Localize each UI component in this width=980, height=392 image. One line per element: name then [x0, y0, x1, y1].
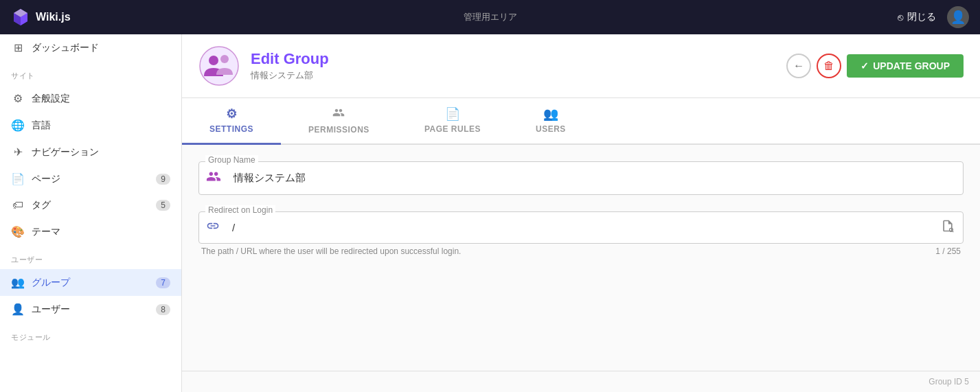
- sidebar-item-label: ユーザー: [32, 303, 70, 316]
- main-content: Edit Group 情報システム部 ← 🗑 ✓ UPDATE GROUP ⚙: [182, 34, 980, 392]
- settings-icon: ⚙: [11, 92, 25, 105]
- update-label: UPDATE GROUP: [873, 60, 950, 71]
- permissions-tab-icon: [332, 106, 345, 122]
- tab-permissions[interactable]: PERMISSIONS: [281, 98, 397, 145]
- redirect-field-icon: [199, 212, 227, 243]
- sidebar-item-label: テーマ: [32, 226, 60, 238]
- tab-permissions-label: PERMISSIONS: [308, 125, 369, 135]
- tab-settings-label: SETTINGS: [209, 124, 253, 134]
- sidebar-section-modules: モジュール: [0, 323, 181, 347]
- sidebar-item-label: ダッシュボード: [32, 42, 99, 54]
- sidebar-item-pages[interactable]: 📄 ページ 9: [0, 165, 181, 192]
- logo-icon: [11, 8, 30, 27]
- redirect-count: 1 / 255: [935, 246, 961, 256]
- page-subtitle: 情報システム部: [251, 69, 786, 82]
- tags-icon: 🏷: [11, 199, 25, 211]
- svg-point-2: [220, 55, 229, 63]
- app-name: Wiki.js: [36, 11, 71, 23]
- sidebar-item-label: 全般設定: [32, 93, 70, 105]
- users-tab-icon: 👥: [543, 106, 559, 122]
- tab-page-rules[interactable]: 📄 PAGE RULES: [397, 98, 508, 145]
- topbar: Wiki.js 管理用エリア ⎋ 閉じる 👤: [0, 0, 980, 34]
- language-icon: 🌐: [11, 119, 25, 132]
- back-icon: ←: [793, 60, 804, 72]
- group-name-input-border: [198, 161, 964, 195]
- group-avatar: [198, 45, 240, 87]
- close-button[interactable]: ⎋ 閉じる: [898, 11, 936, 23]
- svg-line-4: [953, 231, 953, 232]
- tab-settings[interactable]: ⚙ SETTINGS: [182, 98, 281, 145]
- tabs-bar: ⚙ SETTINGS PERMISSIONS 📄 PAGE RULES 👥 US…: [182, 98, 980, 145]
- tab-content: Group Name Redirect on Login: [182, 145, 980, 371]
- logout-icon: ⎋: [898, 12, 903, 23]
- users-icon: 👤: [11, 303, 25, 316]
- pages-badge: 9: [156, 174, 170, 185]
- page-title: Edit Group: [251, 50, 786, 68]
- group-name-label: Group Name: [205, 155, 258, 165]
- sidebar-item-label: タグ: [32, 199, 51, 211]
- redirect-field: Redirect on Login The path / URL where t…: [198, 211, 964, 256]
- sidebar-item-users[interactable]: 👤 ユーザー 8: [0, 296, 181, 323]
- group-name-input[interactable]: [228, 164, 963, 192]
- sidebar-item-themes[interactable]: 🎨 テーマ: [0, 218, 181, 245]
- dashboard-icon: ⊞: [11, 41, 25, 54]
- checkmark-icon: ✓: [861, 60, 869, 71]
- svg-point-0: [200, 47, 238, 85]
- delete-button[interactable]: 🗑: [817, 54, 841, 78]
- themes-icon: 🎨: [11, 225, 25, 238]
- group-id-footer: Group ID 5: [182, 371, 980, 392]
- sidebar-item-groups[interactable]: 👥 グループ 7: [0, 269, 181, 296]
- redirect-label: Redirect on Login: [205, 205, 275, 215]
- sidebar-section-site: サイト: [0, 61, 181, 85]
- update-group-button[interactable]: ✓ UPDATE GROUP: [847, 54, 964, 78]
- tab-users-label: USERS: [536, 124, 566, 134]
- page-rules-tab-icon: 📄: [445, 106, 461, 122]
- group-id-label: Group ID 5: [928, 377, 969, 387]
- sidebar-item-general[interactable]: ⚙ 全般設定: [0, 85, 181, 112]
- page-header-actions: ← 🗑 ✓ UPDATE GROUP: [786, 54, 964, 78]
- sidebar: ⊞ ダッシュボード サイト ⚙ 全般設定 🌐 言語 ✈ ナビゲーション 📄 ペー…: [0, 34, 182, 392]
- sidebar-item-tags[interactable]: 🏷 タグ 5: [0, 192, 181, 218]
- users-badge: 8: [156, 304, 170, 315]
- page-header: Edit Group 情報システム部 ← 🗑 ✓ UPDATE GROUP: [182, 34, 980, 98]
- sidebar-item-label: 言語: [32, 119, 51, 132]
- sidebar-item-navigation[interactable]: ✈ ナビゲーション: [0, 139, 181, 165]
- avatar-icon: 👤: [950, 10, 966, 25]
- group-name-field: Group Name: [198, 161, 964, 195]
- group-field-icon: [199, 162, 228, 194]
- pages-icon: 📄: [11, 172, 25, 185]
- trash-icon: 🗑: [823, 60, 834, 72]
- app-logo: Wiki.js: [11, 8, 71, 27]
- sidebar-item-language[interactable]: 🌐 言語: [0, 112, 181, 139]
- sidebar-section-users: ユーザー: [0, 245, 181, 269]
- sidebar-item-dashboard[interactable]: ⊞ ダッシュボード: [0, 34, 181, 61]
- back-button[interactable]: ←: [786, 54, 811, 78]
- page-header-text: Edit Group 情報システム部: [251, 50, 786, 82]
- settings-tab-icon: ⚙: [226, 106, 238, 122]
- redirect-hint-text: The path / URL where the user will be re…: [201, 246, 461, 256]
- groups-icon: 👥: [11, 276, 25, 289]
- sidebar-item-label: ページ: [32, 173, 60, 185]
- avatar[interactable]: 👤: [947, 6, 969, 28]
- admin-label: 管理用エリア: [464, 11, 517, 23]
- layout: ⊞ ダッシュボード サイト ⚙ 全般設定 🌐 言語 ✈ ナビゲーション 📄 ペー…: [0, 34, 980, 392]
- sidebar-item-label: グループ: [32, 277, 70, 289]
- close-label: 閉じる: [907, 11, 936, 23]
- svg-point-1: [209, 56, 218, 65]
- redirect-input-border: [198, 211, 964, 244]
- redirect-input[interactable]: [227, 214, 933, 242]
- search-page-icon[interactable]: [933, 212, 963, 243]
- tab-users[interactable]: 👥 USERS: [508, 98, 593, 145]
- sidebar-item-label: ナビゲーション: [32, 146, 99, 159]
- groups-badge: 7: [156, 277, 170, 288]
- redirect-hint: The path / URL where the user will be re…: [198, 246, 964, 256]
- topbar-right: ⎋ 閉じる 👤: [898, 6, 969, 28]
- tab-page-rules-label: PAGE RULES: [424, 124, 481, 134]
- navigation-icon: ✈: [11, 146, 25, 159]
- tags-badge: 5: [156, 200, 170, 211]
